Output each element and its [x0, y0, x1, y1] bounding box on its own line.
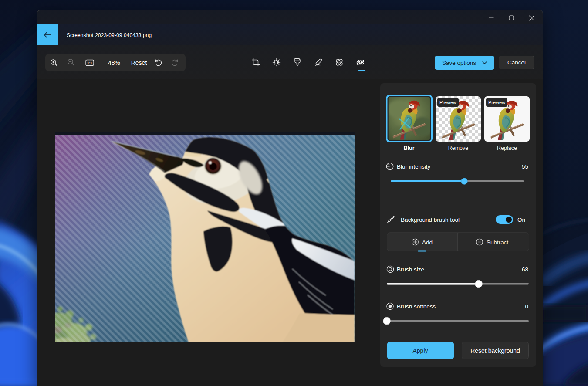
- svg-text:55: 55: [522, 163, 528, 170]
- svg-text:Add: Add: [422, 239, 433, 246]
- svg-text:0: 0: [525, 303, 528, 310]
- svg-text:Brush size: Brush size: [397, 266, 424, 273]
- svg-text:Blur: Blur: [404, 145, 415, 151]
- svg-text:48%: 48%: [108, 59, 120, 66]
- svg-text:68: 68: [522, 266, 528, 273]
- svg-text:1:1: 1:1: [87, 61, 92, 65]
- svg-text:Preview: Preview: [439, 100, 456, 105]
- svg-text:Brush softness: Brush softness: [397, 303, 436, 310]
- svg-text:On: On: [517, 217, 525, 223]
- svg-text:Reset: Reset: [131, 59, 147, 66]
- svg-text:Apply: Apply: [412, 347, 428, 354]
- svg-text:Background brush tool: Background brush tool: [401, 217, 460, 223]
- svg-text:Replace: Replace: [497, 145, 517, 151]
- svg-text:Subtract: Subtract: [487, 239, 509, 246]
- svg-text:Preview: Preview: [488, 100, 505, 105]
- svg-text:Reset background: Reset background: [470, 347, 520, 354]
- svg-text:Blur intensity: Blur intensity: [397, 163, 431, 170]
- svg-text:Remove: Remove: [448, 145, 469, 151]
